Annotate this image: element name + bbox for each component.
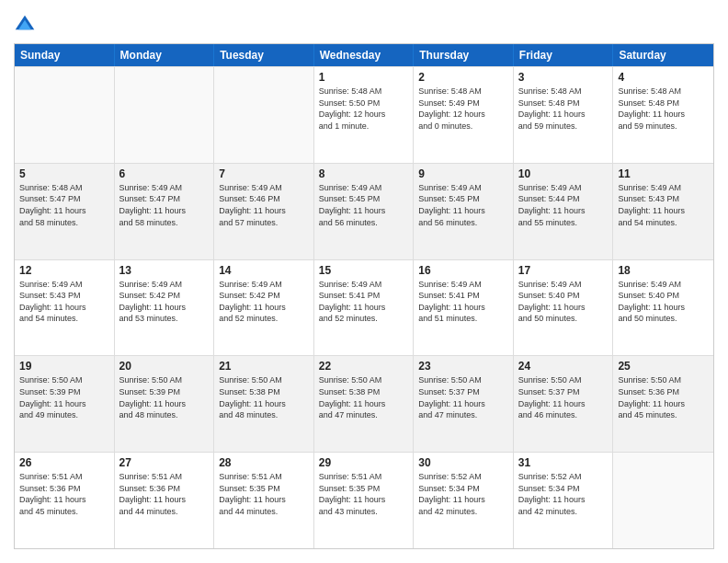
cell-text: Sunrise: 5:49 AM Sunset: 5:41 PM Dayligh… (418, 279, 508, 325)
calendar-cell: 26Sunrise: 5:51 AM Sunset: 5:36 PM Dayli… (15, 453, 115, 548)
cell-text: Sunrise: 5:49 AM Sunset: 5:43 PM Dayligh… (618, 182, 709, 228)
day-number: 8 (319, 167, 409, 180)
day-number: 18 (618, 264, 709, 277)
calendar-cell (15, 67, 115, 163)
calendar-cell: 20Sunrise: 5:50 AM Sunset: 5:39 PM Dayli… (115, 356, 215, 452)
day-number: 19 (19, 360, 109, 373)
calendar-cell: 2Sunrise: 5:48 AM Sunset: 5:49 PM Daylig… (414, 67, 514, 163)
calendar-row: 26Sunrise: 5:51 AM Sunset: 5:36 PM Dayli… (15, 452, 713, 548)
cell-text: Sunrise: 5:51 AM Sunset: 5:35 PM Dayligh… (319, 471, 409, 517)
cell-text: Sunrise: 5:49 AM Sunset: 5:40 PM Dayligh… (518, 279, 609, 325)
header-cell-wednesday: Wednesday (314, 44, 415, 66)
day-number: 23 (418, 360, 508, 373)
calendar-row: 12Sunrise: 5:49 AM Sunset: 5:43 PM Dayli… (15, 259, 713, 356)
cell-text: Sunrise: 5:48 AM Sunset: 5:50 PM Dayligh… (319, 86, 409, 132)
calendar-cell: 30Sunrise: 5:52 AM Sunset: 5:34 PM Dayli… (414, 453, 514, 548)
calendar-cell: 24Sunrise: 5:50 AM Sunset: 5:37 PM Dayli… (514, 356, 614, 452)
cell-text: Sunrise: 5:50 AM Sunset: 5:39 PM Dayligh… (119, 374, 210, 420)
calendar-cell: 22Sunrise: 5:50 AM Sunset: 5:38 PM Dayli… (314, 356, 415, 452)
cell-text: Sunrise: 5:49 AM Sunset: 5:44 PM Dayligh… (518, 182, 609, 228)
cell-text: Sunrise: 5:49 AM Sunset: 5:42 PM Dayligh… (119, 279, 210, 325)
calendar-cell (115, 67, 215, 163)
day-number: 29 (319, 456, 409, 469)
day-number: 11 (618, 167, 709, 180)
cell-text: Sunrise: 5:50 AM Sunset: 5:37 PM Dayligh… (518, 374, 609, 420)
calendar-body: 1Sunrise: 5:48 AM Sunset: 5:50 PM Daylig… (15, 66, 713, 548)
calendar-cell: 15Sunrise: 5:49 AM Sunset: 5:41 PM Dayli… (314, 260, 415, 356)
day-number: 2 (418, 71, 508, 84)
day-number: 31 (518, 456, 609, 469)
calendar-cell: 12Sunrise: 5:49 AM Sunset: 5:43 PM Dayli… (15, 260, 115, 356)
cell-text: Sunrise: 5:51 AM Sunset: 5:36 PM Dayligh… (19, 471, 109, 517)
day-number: 7 (219, 167, 309, 180)
logo (14, 14, 40, 36)
calendar-cell: 27Sunrise: 5:51 AM Sunset: 5:36 PM Dayli… (115, 453, 215, 548)
cell-text: Sunrise: 5:48 AM Sunset: 5:48 PM Dayligh… (618, 86, 709, 132)
calendar-cell: 6Sunrise: 5:49 AM Sunset: 5:47 PM Daylig… (115, 164, 215, 259)
day-number: 13 (119, 264, 210, 277)
cell-text: Sunrise: 5:50 AM Sunset: 5:38 PM Dayligh… (319, 374, 409, 420)
day-number: 14 (219, 264, 309, 277)
day-number: 15 (319, 264, 409, 277)
calendar-cell: 18Sunrise: 5:49 AM Sunset: 5:40 PM Dayli… (613, 260, 713, 356)
cell-text: Sunrise: 5:50 AM Sunset: 5:36 PM Dayligh… (618, 374, 709, 420)
cell-text: Sunrise: 5:49 AM Sunset: 5:41 PM Dayligh… (319, 279, 409, 325)
day-number: 21 (219, 360, 309, 373)
cell-text: Sunrise: 5:48 AM Sunset: 5:49 PM Dayligh… (418, 86, 508, 132)
cell-text: Sunrise: 5:49 AM Sunset: 5:43 PM Dayligh… (19, 279, 109, 325)
header-cell-thursday: Thursday (414, 44, 514, 66)
calendar-cell: 28Sunrise: 5:51 AM Sunset: 5:35 PM Dayli… (214, 453, 314, 548)
day-number: 6 (119, 167, 210, 180)
calendar-row: 19Sunrise: 5:50 AM Sunset: 5:39 PM Dayli… (15, 355, 713, 452)
cell-text: Sunrise: 5:49 AM Sunset: 5:46 PM Dayligh… (219, 182, 309, 228)
calendar-cell: 16Sunrise: 5:49 AM Sunset: 5:41 PM Dayli… (414, 260, 514, 356)
header-cell-saturday: Saturday (613, 44, 713, 66)
calendar-cell (613, 453, 713, 548)
cell-text: Sunrise: 5:52 AM Sunset: 5:34 PM Dayligh… (418, 471, 508, 517)
day-number: 10 (518, 167, 609, 180)
calendar-cell (214, 67, 314, 163)
cell-text: Sunrise: 5:52 AM Sunset: 5:34 PM Dayligh… (518, 471, 609, 517)
header-cell-friday: Friday (514, 44, 614, 66)
day-number: 30 (418, 456, 508, 469)
calendar-row: 5Sunrise: 5:48 AM Sunset: 5:47 PM Daylig… (15, 163, 713, 259)
calendar-cell: 1Sunrise: 5:48 AM Sunset: 5:50 PM Daylig… (314, 67, 415, 163)
calendar-cell: 7Sunrise: 5:49 AM Sunset: 5:46 PM Daylig… (214, 164, 314, 259)
calendar: SundayMondayTuesdayWednesdayThursdayFrid… (14, 43, 714, 549)
day-number: 3 (518, 71, 609, 84)
day-number: 1 (319, 71, 409, 84)
cell-text: Sunrise: 5:49 AM Sunset: 5:45 PM Dayligh… (319, 182, 409, 228)
day-number: 28 (219, 456, 309, 469)
calendar-cell: 14Sunrise: 5:49 AM Sunset: 5:42 PM Dayli… (214, 260, 314, 356)
day-number: 24 (518, 360, 609, 373)
day-number: 22 (319, 360, 409, 373)
calendar-cell: 17Sunrise: 5:49 AM Sunset: 5:40 PM Dayli… (514, 260, 614, 356)
day-number: 17 (518, 264, 609, 277)
calendar-cell: 31Sunrise: 5:52 AM Sunset: 5:34 PM Dayli… (514, 453, 614, 548)
calendar-cell: 3Sunrise: 5:48 AM Sunset: 5:48 PM Daylig… (514, 67, 614, 163)
day-number: 20 (119, 360, 210, 373)
cell-text: Sunrise: 5:48 AM Sunset: 5:47 PM Dayligh… (19, 182, 109, 228)
cell-text: Sunrise: 5:48 AM Sunset: 5:48 PM Dayligh… (518, 86, 609, 132)
cell-text: Sunrise: 5:51 AM Sunset: 5:36 PM Dayligh… (119, 471, 210, 517)
header-cell-sunday: Sunday (15, 44, 115, 66)
calendar-cell: 10Sunrise: 5:49 AM Sunset: 5:44 PM Dayli… (514, 164, 614, 259)
calendar-cell: 5Sunrise: 5:48 AM Sunset: 5:47 PM Daylig… (15, 164, 115, 259)
calendar-cell: 4Sunrise: 5:48 AM Sunset: 5:48 PM Daylig… (613, 67, 713, 163)
day-number: 5 (19, 167, 109, 180)
cell-text: Sunrise: 5:49 AM Sunset: 5:40 PM Dayligh… (618, 279, 709, 325)
day-number: 9 (418, 167, 508, 180)
calendar-cell: 11Sunrise: 5:49 AM Sunset: 5:43 PM Dayli… (613, 164, 713, 259)
calendar-cell: 23Sunrise: 5:50 AM Sunset: 5:37 PM Dayli… (414, 356, 514, 452)
calendar-row: 1Sunrise: 5:48 AM Sunset: 5:50 PM Daylig… (15, 66, 713, 163)
calendar-header: SundayMondayTuesdayWednesdayThursdayFrid… (15, 44, 713, 66)
cell-text: Sunrise: 5:49 AM Sunset: 5:42 PM Dayligh… (219, 279, 309, 325)
day-number: 27 (119, 456, 210, 469)
cell-text: Sunrise: 5:50 AM Sunset: 5:39 PM Dayligh… (19, 374, 109, 420)
logo-icon (14, 14, 36, 36)
cell-text: Sunrise: 5:50 AM Sunset: 5:38 PM Dayligh… (219, 374, 309, 420)
calendar-cell: 8Sunrise: 5:49 AM Sunset: 5:45 PM Daylig… (314, 164, 415, 259)
calendar-cell: 29Sunrise: 5:51 AM Sunset: 5:35 PM Dayli… (314, 453, 415, 548)
cell-text: Sunrise: 5:51 AM Sunset: 5:35 PM Dayligh… (219, 471, 309, 517)
cell-text: Sunrise: 5:50 AM Sunset: 5:37 PM Dayligh… (418, 374, 508, 420)
